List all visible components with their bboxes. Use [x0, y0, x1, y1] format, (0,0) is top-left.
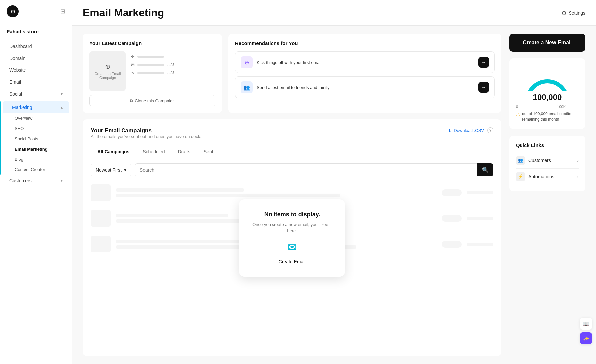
gauge-max: 100K	[557, 105, 566, 109]
recommendation-item-test[interactable]: 👥 Send a test email to friends and famil…	[235, 76, 495, 98]
page-title: Email Marketing	[83, 7, 164, 25]
sidebar-header: ⊙ ⊟	[0, 0, 72, 23]
sidebar-item-label: Website	[9, 68, 26, 73]
clone-icon: ⧉	[130, 98, 133, 103]
gauge-container: 100,000	[516, 65, 579, 102]
people-icon: 👥	[241, 81, 253, 93]
quick-link-label: Customers	[528, 158, 574, 163]
settings-label: Settings	[569, 10, 585, 16]
send-icon: ✈	[131, 54, 135, 59]
stat-value: - -%	[167, 70, 174, 75]
sidebar-marketing-section: Marketing ▴ Overview SEO Social Posts Em…	[0, 101, 72, 175]
main-body: Your Latest Campaign ⊕ Create an Email C…	[72, 26, 596, 364]
create-new-email-button[interactable]: Create a New Email	[509, 34, 585, 52]
gauge-min: 0	[516, 105, 518, 109]
recommendations-card: Recommendations for You ⊕ Kick things of…	[228, 34, 501, 113]
rec-item-text: Send a test email to friends and family	[257, 85, 474, 90]
collapse-sidebar-button[interactable]: ⊟	[60, 8, 65, 15]
credits-gauge	[522, 65, 572, 91]
credits-warning: ⚠ out of 100,000 email credits remaining…	[516, 111, 579, 122]
stat-value: - -	[167, 54, 171, 59]
empty-state-card: No items to display. Once you create a n…	[239, 199, 345, 277]
recommendations-title: Recommendations for You	[235, 40, 495, 46]
content-area: Your Latest Campaign ⊕ Create an Email C…	[83, 34, 501, 356]
empty-state-subtitle: Once you create a new email, you'll see …	[250, 221, 334, 234]
asterisk-icon: ✳	[131, 70, 135, 75]
credits-card: 100,000 0 100K ⚠ out of 100,000 email cr…	[509, 58, 585, 129]
sidebar-nav: Dashboard Domain Website Email Social ▾ …	[0, 38, 72, 364]
sidebar-item-label: Dashboard	[9, 44, 32, 49]
right-panel: Create a New Email 100,000	[509, 34, 585, 356]
empty-state-title: No items to display.	[250, 211, 334, 218]
clone-campaign-button[interactable]: ⧉ Clone this Campaign	[89, 95, 215, 106]
quick-link-customers[interactable]: 👥 Customers ›	[516, 153, 579, 169]
stat-value: - -%	[167, 62, 174, 67]
sidebar-item-label: Customers	[9, 178, 32, 183]
quick-link-automations[interactable]: ⚡ Automations ›	[516, 169, 579, 185]
campaign-stats: ✈ - - ✉ - -% ✳	[131, 51, 215, 75]
credits-value: 100,000	[533, 93, 562, 102]
credits-warning-text: out of 100,000 email credits remaining t…	[522, 111, 579, 122]
bottom-icons: 📖 ✨	[580, 318, 592, 344]
sidebar-item-label: Email	[9, 79, 21, 85]
sidebar-sub-item-overview[interactable]: Overview	[3, 113, 69, 123]
sidebar-sub-item-social-posts[interactable]: Social Posts	[3, 134, 69, 144]
quick-links-title: Quick Links	[516, 142, 579, 148]
sidebar: ⊙ ⊟ Fahad's store Dashboard Domain Websi…	[0, 0, 72, 364]
store-name: Fahad's store	[0, 23, 72, 38]
quick-links-card: Quick Links 👥 Customers › ⚡ Automations …	[509, 136, 585, 191]
chevron-down-icon: ▾	[61, 92, 63, 96]
campaign-thumbnail: ⊕ Create an Email Campaign	[89, 51, 126, 91]
envelope-icon: ✉	[131, 62, 135, 67]
campaign-card-title: Your Latest Campaign	[89, 40, 215, 46]
sidebar-item-marketing[interactable]: Marketing ▴	[3, 101, 69, 113]
top-row: Your Latest Campaign ⊕ Create an Email C…	[83, 34, 501, 113]
sub-item-label: Social Posts	[15, 136, 38, 141]
sparkle-icon[interactable]: ✨	[580, 332, 592, 344]
stat-line-send: ✈ - -	[131, 54, 215, 59]
latest-campaign-card: Your Latest Campaign ⊕ Create an Email C…	[83, 34, 222, 113]
main-header: Email Marketing ⚙ Settings	[72, 0, 596, 26]
recommendation-item-kickoff[interactable]: ⊕ Kick things off with your first email …	[235, 51, 495, 73]
email-cursor-icon: ✉	[250, 241, 334, 253]
warning-icon: ⚠	[516, 112, 520, 118]
stat-bar	[137, 56, 164, 58]
settings-button[interactable]: ⚙ Settings	[561, 9, 585, 23]
book-icon[interactable]: 📖	[580, 318, 592, 330]
sub-item-label: Email Marketing	[15, 147, 48, 152]
sidebar-sub-item-email-marketing[interactable]: Email Marketing	[3, 144, 69, 154]
sidebar-item-customers[interactable]: Customers ▾	[3, 175, 69, 187]
app-logo[interactable]: ⊙	[7, 5, 19, 17]
sub-item-label: Overview	[15, 116, 32, 121]
chevron-right-icon: ›	[577, 158, 579, 163]
sub-item-label: Content Creator	[15, 167, 45, 172]
sidebar-item-label: Social	[9, 91, 22, 97]
sub-item-label: Blog	[15, 157, 23, 162]
sidebar-item-website[interactable]: Website	[3, 64, 69, 76]
rec-item-text: Kick things off with your first email	[257, 60, 474, 65]
quick-link-label: Automations	[528, 174, 574, 179]
active-indicator	[0, 101, 1, 175]
sidebar-item-email[interactable]: Email	[3, 76, 69, 88]
automations-icon: ⚡	[516, 172, 525, 181]
sidebar-sub-item-blog[interactable]: Blog	[3, 154, 69, 164]
chevron-down-icon: ▾	[61, 178, 63, 183]
sidebar-item-social[interactable]: Social ▾	[3, 88, 69, 100]
sidebar-item-dashboard[interactable]: Dashboard	[3, 40, 69, 52]
sidebar-sub-item-content-creator[interactable]: Content Creator	[3, 164, 69, 175]
gear-icon: ⚙	[561, 9, 567, 17]
gauge-labels: 0 100K	[516, 105, 566, 109]
campaign-thumb-label: Create an Email Campaign	[89, 72, 126, 80]
arrow-right-icon: →	[478, 57, 489, 68]
chevron-right-icon: ›	[577, 174, 579, 179]
sidebar-item-domain[interactable]: Domain	[3, 52, 69, 64]
stat-line-open: ✉ - -%	[131, 62, 215, 67]
gauge-svg	[522, 65, 572, 91]
main-content: Email Marketing ⚙ Settings Your Latest C…	[72, 0, 596, 364]
plus-circle-icon: ⊕	[241, 56, 253, 68]
create-email-link[interactable]: Create Email	[279, 259, 306, 264]
sidebar-sub-item-seo[interactable]: SEO	[3, 123, 69, 134]
clone-btn-label: Clone this Campaign	[135, 98, 175, 103]
campaigns-section: Your Email Campaigns All the emails you'…	[83, 119, 501, 356]
sidebar-item-label: Domain	[9, 56, 25, 61]
